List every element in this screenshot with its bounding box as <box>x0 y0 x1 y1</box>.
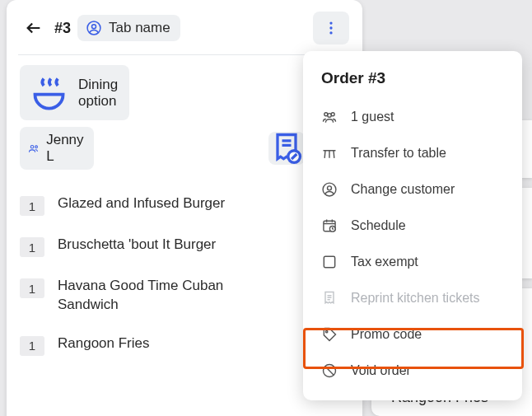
person-circle-icon <box>321 181 338 198</box>
menu-label: Transfer to table <box>351 146 446 161</box>
item-name: Glazed and Infused Burger <box>58 194 292 213</box>
menu-label: Promo code <box>351 327 422 342</box>
tag-icon <box>321 326 338 343</box>
item-name: Havana Good Time Cuban Sandwich <box>58 277 292 315</box>
overflow-menu-button[interactable] <box>313 12 349 44</box>
menu-item-schedule[interactable]: Schedule <box>303 208 522 244</box>
menu-item-guests[interactable]: 1 guest <box>303 99 522 135</box>
svg-point-5 <box>30 145 34 148</box>
menu-label: Reprint kitchen tickets <box>351 291 480 306</box>
svg-point-10 <box>328 114 332 118</box>
item-qty: 1 <box>20 336 44 356</box>
item-qty: 1 <box>20 278 44 298</box>
item-name: Rangoon Fries <box>58 334 292 353</box>
server-name-label: Jenny L <box>46 132 83 165</box>
dropdown-title: Order #3 <box>303 66 522 99</box>
svg-rect-15 <box>324 256 334 267</box>
menu-label: Void order <box>351 363 411 378</box>
menu-item-promo-code[interactable]: Promo code <box>303 316 522 353</box>
table-icon <box>321 145 338 161</box>
order-actions-menu: Order #3 1 guest Transfer to table Chang… <box>303 51 522 400</box>
item-name: Bruschetta 'bout It Burger <box>58 236 292 255</box>
person-circle-icon <box>86 20 102 36</box>
order-header: #3 Tab name <box>7 0 362 54</box>
tab-name-pill[interactable]: Tab name <box>77 15 180 41</box>
guests-icon <box>321 109 338 125</box>
menu-item-change-customer[interactable]: Change customer <box>303 171 522 208</box>
ban-icon <box>321 362 338 379</box>
dining-option-label: Dining option <box>78 77 118 110</box>
steam-bowl-icon <box>28 72 70 114</box>
svg-point-2 <box>329 21 332 24</box>
menu-label: 1 guest <box>351 110 394 124</box>
item-qty: 1 <box>20 237 44 257</box>
menu-label: Tax exempt <box>351 255 418 269</box>
svg-point-16 <box>326 331 328 333</box>
menu-item-reprint-tickets: Reprint kitchen tickets <box>303 280 522 316</box>
receipt-discount-icon <box>268 130 305 166</box>
receipt-discount-button[interactable] <box>268 132 305 165</box>
menu-item-transfer-table[interactable]: Transfer to table <box>303 135 522 171</box>
receipt-icon <box>321 290 338 306</box>
svg-point-6 <box>35 146 38 148</box>
menu-item-void-order[interactable]: Void order <box>303 353 522 389</box>
server-pill[interactable]: Jenny L <box>20 127 94 170</box>
order-number: #3 <box>54 20 71 37</box>
svg-point-3 <box>329 26 332 29</box>
menu-label: Schedule <box>351 218 406 233</box>
svg-point-4 <box>329 31 332 34</box>
menu-label: Change customer <box>351 182 455 197</box>
dining-option-pill[interactable]: Dining option <box>20 65 129 120</box>
svg-point-1 <box>92 25 96 29</box>
tab-name-label: Tab name <box>109 20 170 36</box>
more-vertical-icon <box>322 19 340 37</box>
item-qty: 1 <box>20 196 44 216</box>
calendar-clock-icon <box>321 217 338 234</box>
checkbox-icon <box>321 254 338 270</box>
svg-point-12 <box>328 186 332 190</box>
people-icon <box>28 143 40 154</box>
menu-item-tax-exempt[interactable]: Tax exempt <box>303 244 522 280</box>
back-arrow-icon[interactable] <box>20 16 48 40</box>
